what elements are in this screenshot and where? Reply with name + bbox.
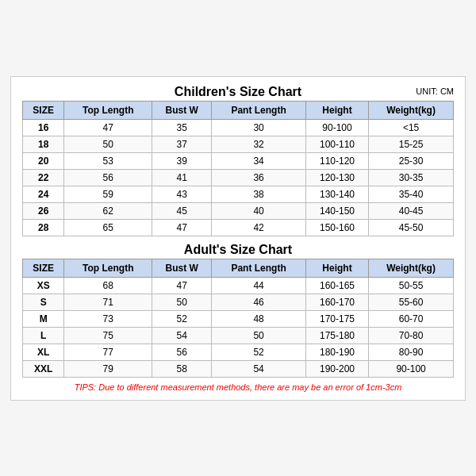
adult-cell: 47 bbox=[152, 277, 212, 294]
adult-cell: 54 bbox=[212, 360, 306, 377]
children-cell: 22 bbox=[23, 169, 64, 186]
adult-cell: 58 bbox=[152, 360, 212, 377]
children-cell: 45 bbox=[152, 202, 212, 219]
adult-cell: 160-165 bbox=[305, 277, 368, 294]
adult-cell: 75 bbox=[64, 327, 152, 344]
children-cell: 65 bbox=[64, 219, 152, 236]
children-table: SIZETop LengthBust WPant LengthHeightWei… bbox=[22, 101, 454, 236]
children-cell: 90-100 bbox=[305, 119, 368, 136]
children-col-header: Top Length bbox=[64, 101, 152, 119]
chart-container: Children's Size Chart UNIT: CM SIZETop L… bbox=[10, 76, 466, 401]
children-cell: 18 bbox=[23, 136, 64, 152]
children-cell: 15-25 bbox=[369, 136, 454, 152]
children-cell: 28 bbox=[23, 219, 64, 236]
adult-cell: 52 bbox=[152, 310, 212, 327]
children-cell: 50 bbox=[64, 136, 152, 152]
adult-cell: 50 bbox=[212, 327, 306, 344]
children-cell: 34 bbox=[212, 152, 306, 169]
adult-cell: 55-60 bbox=[369, 294, 454, 310]
children-header-row: SIZETop LengthBust WPant LengthHeightWei… bbox=[23, 101, 454, 119]
children-cell: 40 bbox=[212, 202, 306, 219]
children-table-row: 24594338130-14035-40 bbox=[23, 186, 454, 202]
children-col-header: Weight(kg) bbox=[369, 101, 454, 119]
children-table-row: 20533934110-12025-30 bbox=[23, 152, 454, 169]
adult-cell: 52 bbox=[212, 344, 306, 360]
children-cell: 45-50 bbox=[369, 219, 454, 236]
adult-cell: 80-90 bbox=[369, 344, 454, 360]
adult-header-row: SIZETop LengthBust WPant LengthHeightWei… bbox=[23, 259, 454, 277]
adult-cell: XXL bbox=[23, 360, 64, 377]
children-table-row: 28654742150-16045-50 bbox=[23, 219, 454, 236]
children-cell: 100-110 bbox=[305, 136, 368, 152]
children-cell: <15 bbox=[369, 119, 454, 136]
children-cell: 40-45 bbox=[369, 202, 454, 219]
adult-cell: M bbox=[23, 310, 64, 327]
children-title: Children's Size Chart bbox=[175, 85, 301, 98]
adult-cell: 90-100 bbox=[369, 360, 454, 377]
children-cell: 30 bbox=[212, 119, 306, 136]
children-cell: 62 bbox=[64, 202, 152, 219]
adult-cell: 60-70 bbox=[369, 310, 454, 327]
adult-table-row: XS684744160-16550-55 bbox=[23, 277, 454, 294]
children-cell: 32 bbox=[212, 136, 306, 152]
adult-cell: XS bbox=[23, 277, 64, 294]
adult-cell: 160-170 bbox=[305, 294, 368, 310]
children-table-row: 22564136120-13030-35 bbox=[23, 169, 454, 186]
adult-title-text: Adult's Size Chart bbox=[184, 243, 292, 256]
adult-table-row: L755450175-18070-80 bbox=[23, 327, 454, 344]
children-cell: 120-130 bbox=[305, 169, 368, 186]
main-title: Children's Size Chart UNIT: CM bbox=[22, 85, 454, 99]
adult-title: Adult's Size Chart bbox=[22, 243, 454, 257]
adult-table-row: S715046160-17055-60 bbox=[23, 294, 454, 310]
adult-cell: 48 bbox=[212, 310, 306, 327]
children-cell: 24 bbox=[23, 186, 64, 202]
adult-col-header: Weight(kg) bbox=[369, 259, 454, 277]
children-table-row: 18503732100-11015-25 bbox=[23, 136, 454, 152]
adult-cell: 77 bbox=[64, 344, 152, 360]
children-cell: 56 bbox=[64, 169, 152, 186]
adult-cell: 70-80 bbox=[369, 327, 454, 344]
adult-cell: 50-55 bbox=[369, 277, 454, 294]
adult-cell: 180-190 bbox=[305, 344, 368, 360]
children-cell: 35-40 bbox=[369, 186, 454, 202]
children-table-row: 1647353090-100<15 bbox=[23, 119, 454, 136]
children-cell: 59 bbox=[64, 186, 152, 202]
adult-cell: XL bbox=[23, 344, 64, 360]
adult-col-header: SIZE bbox=[23, 259, 64, 277]
children-cell: 38 bbox=[212, 186, 306, 202]
children-cell: 43 bbox=[152, 186, 212, 202]
adult-cell: 190-200 bbox=[305, 360, 368, 377]
adult-cell: 170-175 bbox=[305, 310, 368, 327]
children-cell: 130-140 bbox=[305, 186, 368, 202]
children-cell: 30-35 bbox=[369, 169, 454, 186]
adult-cell: S bbox=[23, 294, 64, 310]
children-cell: 53 bbox=[64, 152, 152, 169]
children-col-header: Height bbox=[305, 101, 368, 119]
children-cell: 37 bbox=[152, 136, 212, 152]
children-col-header: Bust W bbox=[152, 101, 212, 119]
adult-col-header: Bust W bbox=[152, 259, 212, 277]
adult-cell: 54 bbox=[152, 327, 212, 344]
adult-table-row: XL775652180-19080-90 bbox=[23, 344, 454, 360]
adult-cell: 175-180 bbox=[305, 327, 368, 344]
adult-cell: 56 bbox=[152, 344, 212, 360]
adult-cell: 73 bbox=[64, 310, 152, 327]
adult-table-row: M735248170-17560-70 bbox=[23, 310, 454, 327]
children-cell: 25-30 bbox=[369, 152, 454, 169]
children-col-header: Pant Length bbox=[212, 101, 306, 119]
adult-cell: 71 bbox=[64, 294, 152, 310]
children-cell: 41 bbox=[152, 169, 212, 186]
children-cell: 150-160 bbox=[305, 219, 368, 236]
adult-cell: 44 bbox=[212, 277, 306, 294]
children-cell: 26 bbox=[23, 202, 64, 219]
adult-cell: 50 bbox=[152, 294, 212, 310]
children-cell: 36 bbox=[212, 169, 306, 186]
adult-col-header: Pant Length bbox=[212, 259, 306, 277]
adult-cell: 68 bbox=[64, 277, 152, 294]
children-table-row: 26624540140-15040-45 bbox=[23, 202, 454, 219]
children-cell: 140-150 bbox=[305, 202, 368, 219]
adult-cell: L bbox=[23, 327, 64, 344]
unit-label: UNIT: CM bbox=[416, 86, 454, 96]
children-cell: 35 bbox=[152, 119, 212, 136]
tips-text: TIPS: Due to different measurement metho… bbox=[22, 382, 454, 392]
